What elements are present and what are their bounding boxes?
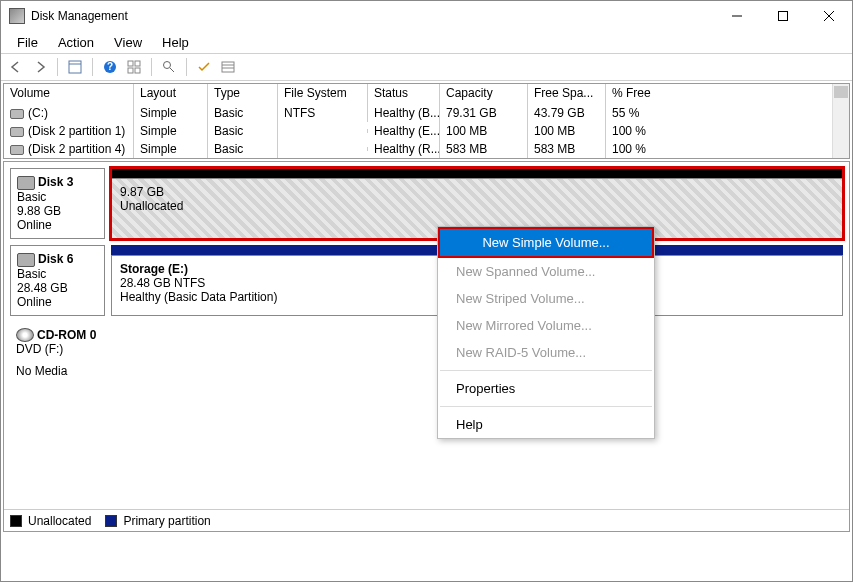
disk6-type: Basic [17, 267, 98, 281]
svg-rect-9 [135, 61, 140, 66]
col-volume[interactable]: Volume [4, 84, 134, 104]
disk6-status: Online [17, 295, 98, 309]
legend: Unallocated Primary partition [4, 509, 849, 531]
disk3-info[interactable]: Disk 3 Basic 9.88 GB Online [10, 168, 105, 239]
view-button[interactable] [64, 56, 86, 78]
app-icon [9, 8, 25, 24]
menu-file[interactable]: File [7, 33, 48, 52]
disk6-name: Disk 6 [38, 252, 73, 266]
back-button[interactable] [5, 56, 27, 78]
disk6-size: 28.48 GB [17, 281, 98, 295]
col-status[interactable]: Status [368, 84, 440, 104]
search-button[interactable] [158, 56, 180, 78]
help-button[interactable]: ? [99, 56, 121, 78]
list-button[interactable] [217, 56, 239, 78]
svg-line-13 [170, 68, 174, 72]
cdrom-media: No Media [16, 364, 99, 378]
maximize-button[interactable] [760, 1, 806, 31]
context-menu: New Simple Volume... New Spanned Volume.… [437, 226, 655, 439]
cdrom-drive: DVD (F:) [16, 342, 99, 356]
menu-help[interactable]: Help [152, 33, 199, 52]
cdrom-name: CD-ROM 0 [37, 328, 96, 342]
forward-button[interactable] [29, 56, 51, 78]
ctx-new-striped-volume: New Striped Volume... [438, 285, 654, 312]
svg-text:?: ? [107, 61, 113, 72]
minimize-button[interactable] [714, 1, 760, 31]
check-button[interactable] [193, 56, 215, 78]
menu-action[interactable]: Action [48, 33, 104, 52]
disk3-part-label: Unallocated [120, 199, 834, 213]
close-button[interactable] [806, 1, 852, 31]
svg-rect-10 [128, 68, 133, 73]
disk3-block: Disk 3 Basic 9.88 GB Online 9.87 GB Unal… [10, 168, 843, 239]
title-bar: Disk Management [1, 1, 852, 31]
ctx-separator [440, 406, 652, 407]
legend-primary-label: Primary partition [123, 514, 210, 528]
col-free[interactable]: Free Spa... [528, 84, 606, 104]
legend-primary-swatch [105, 515, 117, 527]
legend-unalloc-swatch [10, 515, 22, 527]
menu-view[interactable]: View [104, 33, 152, 52]
cdrom-block: CD-ROM 0 DVD (F:) No Media [10, 322, 843, 385]
table-row[interactable]: (C:)SimpleBasicNTFSHealthy (B...79.31 GB… [4, 104, 849, 122]
col-filesystem[interactable]: File System [278, 84, 368, 104]
volume-rows: (C:)SimpleBasicNTFSHealthy (B...79.31 GB… [4, 104, 849, 158]
col-layout[interactable]: Layout [134, 84, 208, 104]
scroll-thumb[interactable] [834, 86, 848, 98]
column-headers: Volume Layout Type File System Status Ca… [4, 84, 849, 104]
disk-icon [17, 253, 35, 267]
volume-list-pane: Volume Layout Type File System Status Ca… [3, 83, 850, 159]
table-row[interactable]: (Disk 2 partition 4)SimpleBasicHealthy (… [4, 140, 849, 158]
graphical-pane: Disk 3 Basic 9.88 GB Online 9.87 GB Unal… [3, 161, 850, 532]
disk6-info[interactable]: Disk 6 Basic 28.48 GB Online [10, 245, 105, 316]
window-title: Disk Management [31, 9, 714, 23]
table-row[interactable]: (Disk 2 partition 1)SimpleBasicHealthy (… [4, 122, 849, 140]
disk3-size: 9.88 GB [17, 204, 98, 218]
ctx-new-mirrored-volume: New Mirrored Volume... [438, 312, 654, 339]
grid-button[interactable] [123, 56, 145, 78]
menu-bar: File Action View Help [1, 31, 852, 53]
col-capacity[interactable]: Capacity [440, 84, 528, 104]
col-type[interactable]: Type [208, 84, 278, 104]
cdrom-info[interactable]: CD-ROM 0 DVD (F:) No Media [10, 322, 105, 385]
svg-rect-11 [135, 68, 140, 73]
disk-icon [17, 176, 35, 190]
unallocated-strip [111, 168, 843, 178]
legend-unalloc-label: Unallocated [28, 514, 91, 528]
toolbar: ? [1, 53, 852, 81]
svg-rect-4 [69, 61, 81, 73]
svg-rect-8 [128, 61, 133, 66]
svg-rect-14 [222, 62, 234, 72]
disk6-block: Disk 6 Basic 28.48 GB Online Storage (E:… [10, 245, 843, 316]
ctx-properties[interactable]: Properties [438, 375, 654, 402]
disk3-status: Online [17, 218, 98, 232]
ctx-separator [440, 370, 652, 371]
col-percent-free[interactable]: % Free [606, 84, 849, 104]
dvd-icon [16, 328, 34, 342]
ctx-help[interactable]: Help [438, 411, 654, 438]
disk3-name: Disk 3 [38, 175, 73, 189]
svg-point-12 [164, 62, 171, 69]
scrollbar[interactable] [832, 84, 849, 158]
ctx-new-simple-volume[interactable]: New Simple Volume... [440, 229, 652, 256]
disk3-type: Basic [17, 190, 98, 204]
ctx-new-spanned-volume: New Spanned Volume... [438, 258, 654, 285]
svg-rect-1 [779, 12, 788, 21]
disk3-part-size: 9.87 GB [120, 185, 834, 199]
ctx-new-raid5-volume: New RAID-5 Volume... [438, 339, 654, 366]
